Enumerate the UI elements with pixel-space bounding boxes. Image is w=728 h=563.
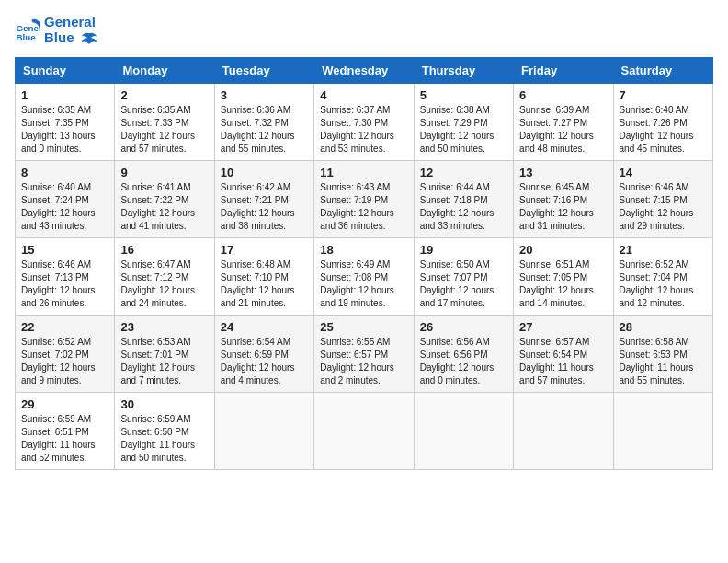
calendar-cell: 23Sunrise: 6:53 AMSunset: 7:01 PMDayligh… xyxy=(115,315,214,392)
day-number: 24 xyxy=(221,320,308,334)
day-info: Sunrise: 6:46 AMSunset: 7:13 PMDaylight:… xyxy=(21,259,108,310)
day-info: Sunrise: 6:36 AMSunset: 7:32 PMDaylight:… xyxy=(221,104,308,155)
calendar-cell: 17Sunrise: 6:48 AMSunset: 7:10 PMDayligh… xyxy=(214,237,313,315)
day-number: 13 xyxy=(519,166,607,179)
calendar-cell: 13Sunrise: 6:45 AMSunset: 7:16 PMDayligh… xyxy=(514,160,613,237)
day-info: Sunrise: 6:38 AMSunset: 7:29 PMDaylight:… xyxy=(420,104,507,155)
logo: General Blue General Blue xyxy=(15,15,98,46)
day-info: Sunrise: 6:52 AMSunset: 7:02 PMDaylight:… xyxy=(21,336,108,387)
page-header: General Blue General Blue xyxy=(15,15,713,46)
day-info: Sunrise: 6:47 AMSunset: 7:12 PMDaylight:… xyxy=(120,259,208,310)
day-number: 2 xyxy=(120,88,208,102)
day-info: Sunrise: 6:44 AMSunset: 7:18 PMDaylight:… xyxy=(420,181,507,233)
logo-line1: General xyxy=(44,15,98,30)
day-number: 16 xyxy=(120,243,208,257)
calendar-cell: 5Sunrise: 6:38 AMSunset: 7:29 PMDaylight… xyxy=(414,83,513,160)
day-number: 18 xyxy=(320,243,407,257)
day-info: Sunrise: 6:48 AMSunset: 7:10 PMDaylight:… xyxy=(221,259,308,310)
day-number: 10 xyxy=(221,166,308,179)
day-info: Sunrise: 6:35 AMSunset: 7:33 PMDaylight:… xyxy=(120,104,208,155)
logo-icon: General Blue xyxy=(15,17,40,43)
day-number: 26 xyxy=(420,320,507,334)
calendar-cell: 7Sunrise: 6:40 AMSunset: 7:26 PMDaylight… xyxy=(613,83,712,160)
day-number: 4 xyxy=(320,88,407,102)
calendar-cell: 14Sunrise: 6:46 AMSunset: 7:15 PMDayligh… xyxy=(613,160,712,237)
day-info: Sunrise: 6:49 AMSunset: 7:08 PMDaylight:… xyxy=(320,259,407,310)
calendar-cell: 10Sunrise: 6:42 AMSunset: 7:21 PMDayligh… xyxy=(214,160,313,237)
logo-line2: Blue xyxy=(44,30,98,46)
day-number: 15 xyxy=(21,243,108,257)
day-info: Sunrise: 6:59 AMSunset: 6:50 PMDaylight:… xyxy=(120,413,208,465)
weekday-header-tuesday: Tuesday xyxy=(214,57,313,83)
calendar-cell: 25Sunrise: 6:55 AMSunset: 6:57 PMDayligh… xyxy=(314,315,414,392)
day-number: 29 xyxy=(21,397,108,411)
calendar-cell xyxy=(514,392,613,469)
calendar-cell: 3Sunrise: 6:36 AMSunset: 7:32 PMDaylight… xyxy=(214,83,313,160)
day-number: 8 xyxy=(21,166,108,179)
day-info: Sunrise: 6:40 AMSunset: 7:24 PMDaylight:… xyxy=(21,181,108,233)
calendar-cell: 16Sunrise: 6:47 AMSunset: 7:12 PMDayligh… xyxy=(115,237,214,315)
day-info: Sunrise: 6:58 AMSunset: 6:53 PMDaylight:… xyxy=(620,336,707,387)
day-info: Sunrise: 6:41 AMSunset: 7:22 PMDaylight:… xyxy=(120,181,208,233)
weekday-header-wednesday: Wednesday xyxy=(314,57,414,83)
calendar-cell xyxy=(414,392,513,469)
calendar-cell: 20Sunrise: 6:51 AMSunset: 7:05 PMDayligh… xyxy=(514,237,613,315)
day-info: Sunrise: 6:42 AMSunset: 7:21 PMDaylight:… xyxy=(221,181,308,233)
day-info: Sunrise: 6:55 AMSunset: 6:57 PMDaylight:… xyxy=(320,336,407,387)
day-number: 25 xyxy=(320,320,407,334)
day-number: 28 xyxy=(620,320,707,334)
day-info: Sunrise: 6:45 AMSunset: 7:16 PMDaylight:… xyxy=(519,181,607,233)
day-info: Sunrise: 6:57 AMSunset: 6:54 PMDaylight:… xyxy=(519,336,607,387)
day-number: 23 xyxy=(120,320,208,334)
calendar-cell xyxy=(314,392,414,469)
day-info: Sunrise: 6:59 AMSunset: 6:51 PMDaylight:… xyxy=(21,413,108,465)
calendar-cell: 21Sunrise: 6:52 AMSunset: 7:04 PMDayligh… xyxy=(613,237,712,315)
day-info: Sunrise: 6:53 AMSunset: 7:01 PMDaylight:… xyxy=(120,336,208,387)
calendar-cell: 6Sunrise: 6:39 AMSunset: 7:27 PMDaylight… xyxy=(514,83,613,160)
day-info: Sunrise: 6:43 AMSunset: 7:19 PMDaylight:… xyxy=(320,181,407,233)
day-number: 7 xyxy=(620,88,707,102)
day-info: Sunrise: 6:50 AMSunset: 7:07 PMDaylight:… xyxy=(420,259,507,310)
calendar-table: SundayMondayTuesdayWednesdayThursdayFrid… xyxy=(15,57,713,470)
calendar-cell: 8Sunrise: 6:40 AMSunset: 7:24 PMDaylight… xyxy=(16,160,115,237)
calendar-cell: 28Sunrise: 6:58 AMSunset: 6:53 PMDayligh… xyxy=(613,315,712,392)
day-info: Sunrise: 6:51 AMSunset: 7:05 PMDaylight:… xyxy=(519,259,607,310)
day-info: Sunrise: 6:39 AMSunset: 7:27 PMDaylight:… xyxy=(519,104,607,155)
calendar-cell: 27Sunrise: 6:57 AMSunset: 6:54 PMDayligh… xyxy=(514,315,613,392)
calendar-cell: 15Sunrise: 6:46 AMSunset: 7:13 PMDayligh… xyxy=(16,237,115,315)
svg-text:Blue: Blue xyxy=(16,32,36,42)
day-number: 12 xyxy=(420,166,507,179)
day-number: 6 xyxy=(519,88,607,102)
weekday-header-friday: Friday xyxy=(514,57,613,83)
day-info: Sunrise: 6:40 AMSunset: 7:26 PMDaylight:… xyxy=(620,104,707,155)
calendar-cell: 18Sunrise: 6:49 AMSunset: 7:08 PMDayligh… xyxy=(314,237,414,315)
weekday-header-thursday: Thursday xyxy=(414,57,513,83)
day-info: Sunrise: 6:35 AMSunset: 7:35 PMDaylight:… xyxy=(21,104,108,155)
day-info: Sunrise: 6:46 AMSunset: 7:15 PMDaylight:… xyxy=(620,181,707,233)
weekday-header-monday: Monday xyxy=(115,57,214,83)
day-info: Sunrise: 6:37 AMSunset: 7:30 PMDaylight:… xyxy=(320,104,407,155)
weekday-header-saturday: Saturday xyxy=(613,57,712,83)
calendar-cell: 4Sunrise: 6:37 AMSunset: 7:30 PMDaylight… xyxy=(314,83,414,160)
day-info: Sunrise: 6:54 AMSunset: 6:59 PMDaylight:… xyxy=(221,336,308,387)
calendar-cell: 29Sunrise: 6:59 AMSunset: 6:51 PMDayligh… xyxy=(16,392,115,469)
calendar-cell: 24Sunrise: 6:54 AMSunset: 6:59 PMDayligh… xyxy=(214,315,313,392)
calendar-cell xyxy=(214,392,313,469)
calendar-cell: 2Sunrise: 6:35 AMSunset: 7:33 PMDaylight… xyxy=(115,83,214,160)
day-number: 30 xyxy=(120,397,208,411)
calendar-cell: 9Sunrise: 6:41 AMSunset: 7:22 PMDaylight… xyxy=(115,160,214,237)
day-number: 11 xyxy=(320,166,407,179)
day-number: 27 xyxy=(519,320,607,334)
day-info: Sunrise: 6:56 AMSunset: 6:56 PMDaylight:… xyxy=(420,336,507,387)
day-number: 17 xyxy=(221,243,308,257)
calendar-cell: 11Sunrise: 6:43 AMSunset: 7:19 PMDayligh… xyxy=(314,160,414,237)
calendar-cell: 30Sunrise: 6:59 AMSunset: 6:50 PMDayligh… xyxy=(115,392,214,469)
calendar-cell: 12Sunrise: 6:44 AMSunset: 7:18 PMDayligh… xyxy=(414,160,513,237)
day-number: 9 xyxy=(120,166,208,179)
calendar-cell: 22Sunrise: 6:52 AMSunset: 7:02 PMDayligh… xyxy=(16,315,115,392)
day-info: Sunrise: 6:52 AMSunset: 7:04 PMDaylight:… xyxy=(620,259,707,310)
day-number: 19 xyxy=(420,243,507,257)
day-number: 3 xyxy=(221,88,308,102)
day-number: 22 xyxy=(21,320,108,334)
weekday-header-sunday: Sunday xyxy=(16,57,115,83)
